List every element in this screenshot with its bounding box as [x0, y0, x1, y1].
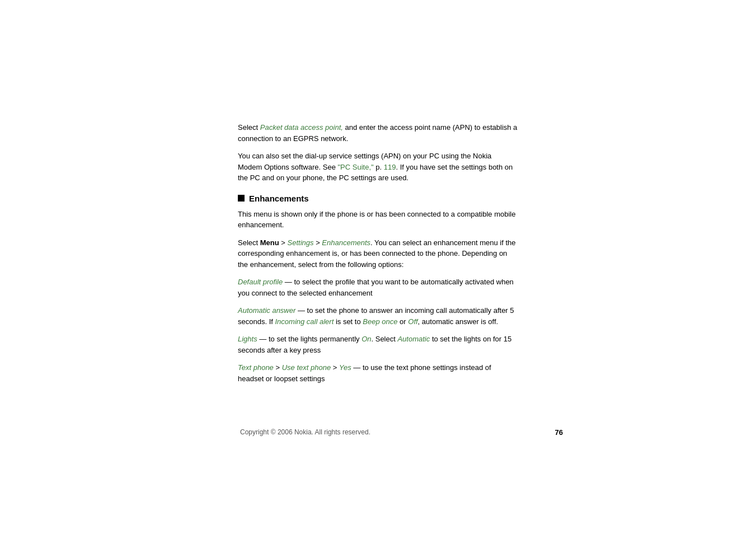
item4-italic: Text phone	[238, 363, 274, 372]
section-para-1: This menu is shown only if the phone is …	[238, 209, 518, 231]
item2-italic2: Incoming call alert	[275, 317, 334, 326]
section-para1-text: This menu is shown only if the phone is …	[238, 210, 515, 229]
item3-rest2: . Select	[371, 335, 397, 343]
footer-copyright: Copyright © 2006 Nokia. All rights reser…	[240, 428, 370, 436]
para2-mid: p.	[374, 163, 384, 171]
section-para2-select: Select	[238, 238, 260, 247]
item3-italic3: Automatic	[397, 335, 430, 343]
item3-italic2: On	[361, 335, 371, 343]
section-heading-text: Enhancements	[249, 194, 309, 203]
para2-page: 119	[384, 163, 396, 171]
item3-italic: Lights	[238, 335, 257, 343]
para1-select: Select	[238, 123, 260, 132]
section-para-2: Select Menu > Settings > Enhancements. Y…	[238, 237, 518, 270]
item4-gt2: >	[331, 363, 339, 372]
item-lights: Lights — to set the lights permanently O…	[238, 334, 518, 355]
item2-italic: Automatic answer	[238, 306, 295, 315]
item2-rest2: is set to	[334, 317, 363, 326]
footer: Copyright © 2006 Nokia. All rights reser…	[0, 428, 756, 436]
page-container: Select Packet data access point, and ent…	[0, 0, 756, 534]
section-heading-enhancements: Enhancements	[238, 194, 518, 203]
item2-italic3: Beep once	[363, 317, 397, 326]
section-para2-gt2: >	[314, 238, 322, 247]
content-area: Select Packet data access point, and ent…	[238, 122, 518, 391]
para1-italic: Packet data access point,	[260, 123, 343, 132]
item3-rest1: — to set the lights permanently	[257, 335, 361, 343]
item4-italic3: Yes	[339, 363, 351, 372]
item2-rest3: or	[397, 317, 408, 326]
item-default-profile: Default profile — to select the profile …	[238, 277, 518, 298]
section-para2-enhancements: Enhancements	[322, 238, 370, 247]
section-para2-settings: Settings	[288, 238, 314, 247]
item2-italic4: Off	[408, 317, 417, 326]
section-para2-gt1: >	[279, 238, 288, 247]
item4-gt1: >	[274, 363, 282, 372]
item2-rest4: , automatic answer is off.	[418, 317, 499, 326]
section-para2-menu: Menu	[260, 238, 279, 247]
item-text-phone: Text phone > Use text phone > Yes — to u…	[238, 362, 518, 384]
paragraph-1: Select Packet data access point, and ent…	[238, 122, 518, 144]
item1-italic: Default profile	[238, 278, 283, 286]
paragraph-2: You can also set the dial-up service set…	[238, 151, 518, 184]
item-automatic-answer: Automatic answer — to set the phone to a…	[238, 305, 518, 327]
heading-square-icon	[238, 195, 245, 202]
footer-page-number: 76	[555, 428, 563, 437]
para2-link: "PC Suite,"	[337, 163, 373, 171]
item4-italic2: Use text phone	[282, 363, 331, 372]
